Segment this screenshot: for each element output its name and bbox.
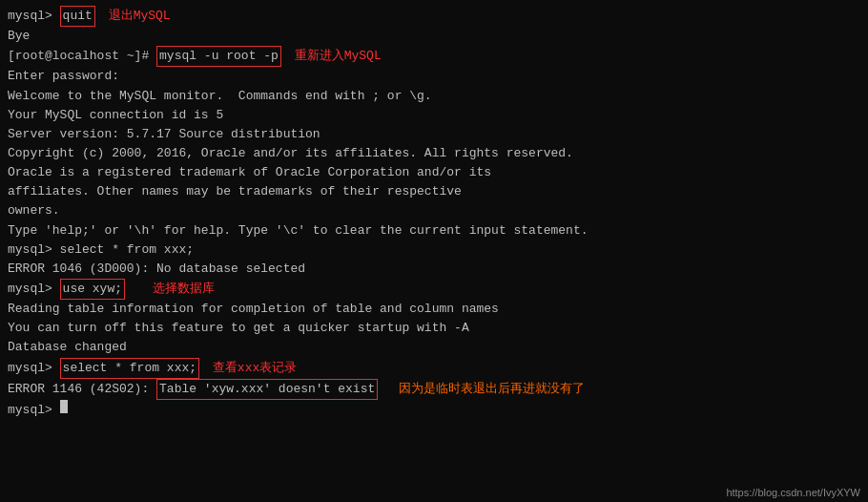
annotation-red: 查看xxx表记录 <box>213 359 297 378</box>
highlighted-command: use xyw; <box>60 279 125 300</box>
terminal-line: Your MySQL connection id is 5 <box>8 106 860 125</box>
annotation-red: 选择数据库 <box>153 280 215 299</box>
terminal-text: ERROR 1046 (3D000): No database selected <box>8 260 305 279</box>
terminal-text: Enter password: <box>8 67 119 86</box>
terminal-text: You can turn off this feature to get a q… <box>8 319 469 338</box>
watermark: https://blog.csdn.net/IvyXYW <box>726 487 860 498</box>
terminal-text: Type 'help;' or '\h' for help. Type '\c'… <box>8 221 589 241</box>
terminal-text <box>125 280 147 299</box>
terminal-text <box>95 7 103 26</box>
terminal-text <box>378 380 393 399</box>
terminal-text: affiliates. Other names may be trademark… <box>8 182 462 201</box>
terminal-text: Copyright (c) 2000, 2016, Oracle and/or … <box>8 144 573 163</box>
terminal-text: Welcome to the MySQL monitor. Commands e… <box>8 87 432 106</box>
terminal-line: You can turn off this feature to get a q… <box>8 319 860 338</box>
terminal-text: mysql> <box>8 401 60 420</box>
annotation-red: 重新进入MySQL <box>295 47 382 66</box>
terminal: mysql> quit 退出MySQLBye[root@localhost ~]… <box>0 0 868 502</box>
terminal-line: mysql> use xyw; 选择数据库 <box>8 279 860 300</box>
terminal-text: [root@localhost ~]# <box>8 47 156 66</box>
terminal-line: Copyright (c) 2000, 2016, Oracle and/or … <box>8 144 860 163</box>
terminal-line: Database changed <box>8 338 860 357</box>
terminal-text: Reading table information for completion… <box>8 300 499 319</box>
terminal-line: ERROR 1146 (42S02): Table 'xyw.xxx' does… <box>8 379 860 400</box>
highlighted-command: quit <box>60 6 95 27</box>
terminal-line: Type 'help;' or '\h' for help. Type '\c'… <box>8 221 860 241</box>
highlighted-command: Table 'xyw.xxx' doesn't exist <box>156 379 378 400</box>
terminal-line: mysql> quit 退出MySQL <box>8 6 860 27</box>
terminal-text: mysql> <box>8 7 60 26</box>
terminal-text: Database changed <box>8 338 127 357</box>
terminal-text: mysql> <box>8 359 60 378</box>
terminal-line: Reading table information for completion… <box>8 300 860 319</box>
terminal-line: Bye <box>8 27 860 46</box>
terminal-line: mysql> select * from xxx; 查看xxx表记录 <box>8 358 860 379</box>
terminal-line: Enter password: <box>8 67 860 86</box>
terminal-text: mysql> <box>8 280 60 299</box>
terminal-line: affiliates. Other names may be trademark… <box>8 182 860 201</box>
terminal-line: Server version: 5.7.17 Source distributi… <box>8 125 860 144</box>
terminal-text: owners. <box>8 201 60 220</box>
highlighted-command: select * from xxx; <box>60 358 199 379</box>
terminal-text: ERROR 1146 (42S02): <box>8 380 156 399</box>
terminal-line: mysql> select * from xxx; <box>8 241 860 260</box>
terminal-text <box>199 359 207 378</box>
terminal-line: Welcome to the MySQL monitor. Commands e… <box>8 87 860 106</box>
terminal-line: Oracle is a registered trademark of Orac… <box>8 163 860 182</box>
highlighted-command: mysql -u root -p <box>156 46 281 67</box>
terminal-text: Bye <box>8 27 30 46</box>
terminal-text: Server version: 5.7.17 Source distributi… <box>8 125 320 144</box>
terminal-line: [root@localhost ~]# mysql -u root -p 重新进… <box>8 46 860 67</box>
terminal-text: Your MySQL connection id is 5 <box>8 106 223 125</box>
terminal-text: mysql> select * from xxx; <box>8 241 194 260</box>
terminal-line: ERROR 1046 (3D000): No database selected <box>8 260 860 279</box>
annotation-red: 退出MySQL <box>109 7 171 26</box>
terminal-line: owners. <box>8 201 860 220</box>
terminal-text: Oracle is a registered trademark of Orac… <box>8 163 491 182</box>
terminal-line: mysql> <box>8 400 860 420</box>
terminal-text <box>281 47 289 66</box>
terminal-cursor <box>60 400 68 413</box>
annotation-orange: 因为是临时表退出后再进就没有了 <box>399 380 585 399</box>
